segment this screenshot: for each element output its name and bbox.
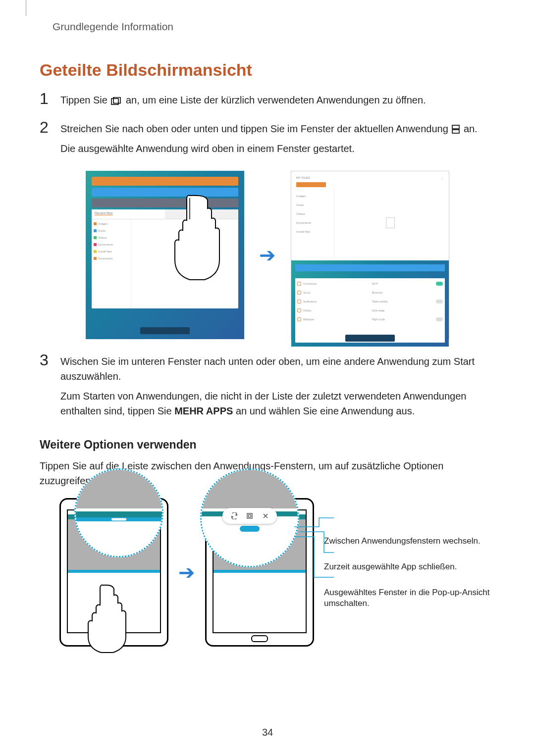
hand-pointer-icon — [84, 582, 129, 656]
tablet-after — [205, 498, 314, 647]
divider-handle — [240, 526, 260, 532]
popup-view-icon — [246, 512, 254, 520]
tab-recent: Recent files — [92, 209, 165, 219]
arrow-right-icon: ➔ — [178, 561, 195, 584]
close-all-button — [140, 327, 190, 334]
text: an. — [464, 123, 478, 134]
step-number: 2 — [40, 119, 52, 161]
callout-close: Zurzeit ausgewählte App schließen. — [324, 561, 457, 572]
figure-step-2: Recent files Images Audio Videos Documen… — [40, 171, 495, 339]
step-3: 3 Wischen Sie im unteren Fenster nach un… — [40, 354, 495, 423]
text: Die ausgewählte Anwendung wird oben in e… — [60, 141, 495, 156]
magnifier — [74, 468, 163, 557]
page-number: 34 — [262, 727, 273, 738]
text: Tippen Sie — [60, 95, 110, 105]
section-title: Geteilte Bildschirmansicht — [40, 60, 495, 80]
callouts: Zwischen Anwendungsfenstern wechseln. Zu… — [324, 536, 495, 609]
text: Wischen Sie im unteren Fenster nach unte… — [60, 354, 495, 384]
split-controls-pill — [222, 508, 277, 524]
breadcrumb: Grundlegende Information — [53, 21, 495, 33]
step-1: 1 Tippen Sie an, um eine Liste der kürzl… — [40, 93, 495, 112]
svg-rect-5 — [247, 513, 252, 518]
magnifier-controls — [200, 468, 299, 567]
swap-windows-icon — [230, 512, 238, 520]
figure-options: ➔ — [59, 498, 495, 647]
step-number: 3 — [40, 352, 52, 423]
step-2: 2 Streichen Sie nach oben oder unten und… — [40, 121, 495, 161]
step-body: Streichen Sie nach oben oder unten und t… — [60, 121, 495, 161]
recent-apps-icon — [111, 97, 122, 105]
text: an und wählen Sie eine Anwendung aus. — [233, 405, 415, 416]
screenshot-recents: Recent files Images Audio Videos Documen… — [86, 171, 244, 339]
step-body: Tippen Sie an, um eine Liste der kürzlic… — [60, 93, 495, 112]
close-icon — [262, 512, 269, 520]
callout-popup: Ausgewähltes Fenster in die Pop-up-Ansic… — [324, 587, 495, 609]
tablet-before — [59, 498, 168, 647]
text: an, um eine Liste der kürzlich verwendet… — [126, 95, 426, 105]
step-body: Wischen Sie im unteren Fenster nach unte… — [60, 354, 495, 423]
svg-rect-6 — [249, 515, 251, 517]
step-number: 1 — [40, 91, 52, 112]
close-all-button — [345, 335, 395, 342]
screenshot-split-result: MY FILES ⋮ Images Audio Videos Documents… — [291, 171, 449, 339]
split-screen-icon — [452, 125, 460, 134]
hand-pointer-icon — [165, 191, 224, 290]
callout-swap: Zwischen Anwendungsfenstern wechseln. — [324, 536, 481, 547]
svg-rect-3 — [452, 130, 459, 133]
svg-rect-2 — [452, 125, 459, 129]
app-title: MY FILES — [296, 176, 310, 179]
arrow-right-icon: ➔ — [259, 244, 276, 266]
text-bold: MEHR APPS — [174, 405, 233, 416]
subsection-title: Weitere Optionen verwenden — [40, 438, 495, 452]
text: Streichen Sie nach oben oder unten und t… — [60, 123, 451, 134]
